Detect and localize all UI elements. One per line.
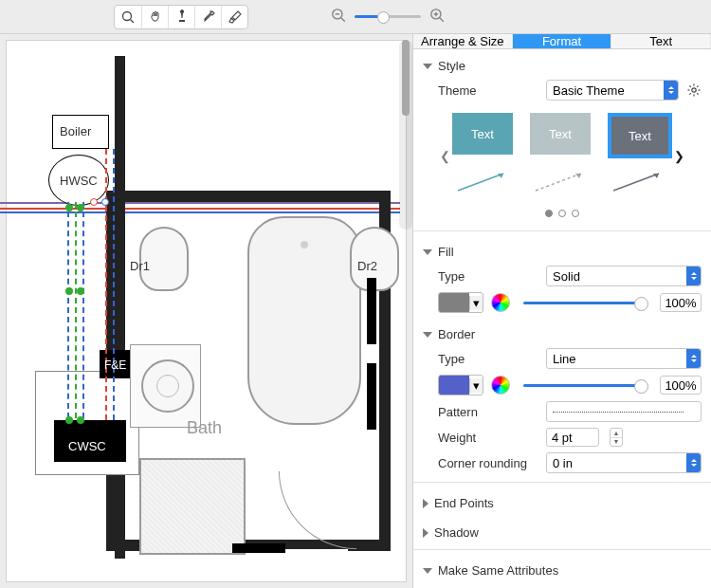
zoom-control [330,7,446,27]
shower-pan[interactable] [139,458,246,555]
door-opening [282,549,348,562]
style-prev[interactable]: ❮ [438,149,452,163]
border-color-chip[interactable]: ▾ [438,375,483,395]
svg-line-8 [440,18,444,22]
page-dot-3[interactable] [572,210,579,217]
section-endpoints[interactable]: End Points [423,492,702,514]
stamp-tool[interactable] [168,6,194,28]
valve-icon [65,287,73,295]
section-border[interactable]: Border [423,323,702,345]
zoom-tool[interactable] [115,6,141,28]
svg-line-20 [536,174,581,191]
gear-icon[interactable] [686,83,702,98]
valve-icon [77,204,84,211]
svg-line-16 [689,93,690,94]
fixture-bar [232,543,285,553]
tool-group [114,5,248,29]
style-next[interactable]: ❯ [672,149,686,163]
fixture-bar [367,278,376,344]
fixture-bar [367,363,376,430]
svg-line-4 [341,18,345,22]
style-swatch-2[interactable]: Text [530,113,591,155]
pan-tool[interactable] [141,6,168,28]
pipe-cold-3 [113,149,115,420]
weight-stepper[interactable]: ▲▼ [610,428,623,447]
svg-line-15 [697,93,698,94]
stop-valve [90,198,98,206]
tab-arrange[interactable]: Arrange & Size [413,34,513,48]
valve-icon [65,204,73,211]
section-fill[interactable]: Fill [423,241,702,263]
label-hwsc: HWSC [60,174,98,188]
label-cwsc: CWSC [68,439,106,453]
valve-icon [77,416,84,424]
svg-line-17 [697,85,698,86]
fill-color-chip[interactable]: ▾ [438,292,483,313]
label-fe: F&E [104,358,126,372]
vertical-scrollbar[interactable] [399,40,412,230]
canvas-area[interactable]: Boiler HWSC CWSC F&E Dr1 Dr2 Bath [0,34,412,588]
section-shadow[interactable]: Shadow [423,522,702,543]
pipe-cold [67,202,69,418]
arrow-style-1[interactable] [452,166,513,198]
pattern-label: Pattern [438,405,538,419]
arrow-style-3[interactable] [608,166,668,198]
label-bath: Bath [187,418,222,438]
zoom-out-icon[interactable] [330,7,347,27]
fill-type-label: Type [438,269,538,284]
valve-icon [77,287,84,295]
zoom-slider[interactable] [355,15,421,18]
svg-line-18 [458,174,503,191]
color-wheel-icon[interactable] [491,376,510,395]
stop-valve [101,198,109,206]
theme-label: Theme [438,83,538,98]
sink-symbol[interactable] [141,359,194,413]
style-pager [423,204,702,225]
weight-label: Weight [438,431,538,445]
pipe-vent [75,202,77,418]
inspector-panel: Arrange & Size Format Text Style Theme B… [412,34,711,588]
pattern-select[interactable] [546,401,702,422]
section-msa[interactable]: Make Same Attributes [423,560,702,581]
border-type-label: Type [438,352,538,366]
svg-line-22 [613,174,659,191]
svg-line-14 [689,85,690,86]
fill-opacity-slider[interactable] [523,302,647,304]
fill-opacity-value[interactable]: 100% [660,293,702,312]
page-dot-2[interactable] [558,210,566,217]
brush-tool[interactable] [221,6,247,28]
corner-label: Corner rounding [438,456,538,470]
style-swatch-1[interactable]: Text [452,113,513,155]
pipe-hot [105,149,107,420]
zoom-in-icon[interactable] [428,7,446,27]
page-dot-1[interactable] [545,210,553,217]
border-opacity-slider[interactable] [523,384,647,387]
weight-input[interactable]: 4 pt [546,428,599,447]
top-toolbar [0,0,711,34]
svg-point-9 [692,88,696,92]
label-dr1: Dr1 [130,259,150,273]
label-dr2: Dr2 [357,259,377,273]
color-wheel-icon[interactable] [491,293,510,312]
tab-format[interactable]: Format [513,34,612,48]
fill-type-select[interactable]: Solid [546,266,702,286]
border-type-select[interactable]: Line [546,348,702,369]
svg-line-1 [131,19,135,23]
bathtub[interactable] [247,216,361,425]
drawing-canvas[interactable]: Boiler HWSC CWSC F&E Dr1 Dr2 Bath [6,40,407,582]
tab-text[interactable]: Text [611,34,711,48]
panel-tabs: Arrange & Size Format Text [413,34,711,49]
corner-select[interactable]: 0 in [546,452,702,473]
arrow-style-2[interactable] [530,166,591,198]
pipe-cold-2 [82,202,84,418]
section-style[interactable]: Style [423,55,702,77]
eyedropper-tool[interactable] [194,6,221,28]
valve-icon [65,416,73,424]
theme-select[interactable]: Basic Theme [546,80,679,101]
svg-marker-21 [575,174,581,178]
style-swatch-3[interactable]: Text [608,113,672,158]
svg-point-0 [123,11,132,20]
label-boiler: Boiler [60,124,91,138]
border-opacity-value[interactable]: 100% [660,376,702,395]
